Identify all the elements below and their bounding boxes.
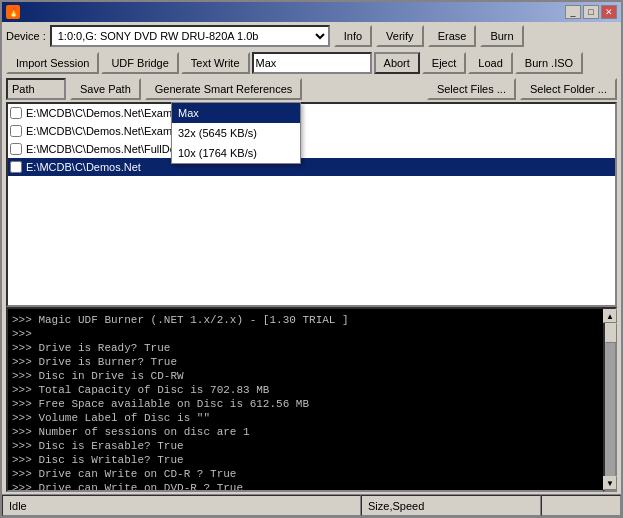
file-item-selected[interactable]: E:\MCDB\C\Demos.Net bbox=[8, 158, 615, 176]
log-line: >>> bbox=[12, 327, 599, 341]
device-label: Device : bbox=[6, 30, 46, 42]
close-button[interactable]: ✕ bbox=[601, 5, 617, 19]
load-button[interactable]: Load bbox=[468, 52, 512, 74]
speed-select[interactable]: Max 32x (5645 KB/s) 10x (1764 KB/s) bbox=[252, 52, 372, 74]
speed-option-10x[interactable]: 10x (1764 KB/s) bbox=[172, 143, 300, 163]
log-line: >>> Magic UDF Burner (.NET 1.x/2.x) - [1… bbox=[12, 313, 599, 327]
verify-button[interactable]: Verify bbox=[376, 25, 424, 47]
file-path: E:\MCDB\C\Demos.Net bbox=[26, 161, 141, 173]
log-output: >>> Magic UDF Burner (.NET 1.x/2.x) - [1… bbox=[6, 307, 603, 492]
tab-text-write[interactable]: Text Write bbox=[181, 52, 250, 74]
device-select[interactable]: 1:0:0,G: SONY DVD RW DRU-820A 1.0b bbox=[50, 25, 330, 47]
log-line: >>> Drive is Burner? True bbox=[12, 355, 599, 369]
file-checkbox[interactable] bbox=[10, 161, 22, 173]
log-line: >>> Total Capacity of Disc is 702.83 MB bbox=[12, 383, 599, 397]
save-path-button[interactable]: Save Path bbox=[70, 78, 141, 100]
log-line: >>> Drive is Ready? True bbox=[12, 341, 599, 355]
status-speed: Size,Speed bbox=[361, 495, 541, 516]
log-scrollbar: ▲ ▼ bbox=[603, 307, 617, 492]
file-item[interactable]: E:\MCDB\C\Demos.Net\ExamplesCSharp.sln bbox=[8, 104, 615, 122]
tab-import-session[interactable]: Import Session bbox=[6, 52, 99, 74]
log-line: >>> Disc is Erasable? True bbox=[12, 439, 599, 453]
abort-button[interactable]: Abort bbox=[374, 52, 420, 74]
file-item[interactable]: E:\MCDB\C\Demos.Net\ExamplesVB.sln bbox=[8, 122, 615, 140]
file-checkbox[interactable] bbox=[10, 143, 22, 155]
burn-iso-button[interactable]: Burn .ISO bbox=[515, 52, 583, 74]
generate-smart-refs-button[interactable]: Generate Smart References bbox=[145, 78, 303, 100]
log-line: >>> Number of sessions on disc are 1 bbox=[12, 425, 599, 439]
log-line: >>> Drive can Write on DVD-R ? True bbox=[12, 481, 599, 492]
info-button[interactable]: Info bbox=[334, 25, 372, 47]
log-line: >>> Free Space available on Disc is 612.… bbox=[12, 397, 599, 411]
select-folder-button[interactable]: Select Folder ... bbox=[520, 78, 617, 100]
log-line: >>> Volume Label of Disc is "" bbox=[12, 411, 599, 425]
log-line: >>> Drive can Write on CD-R ? True bbox=[12, 467, 599, 481]
status-idle: Idle bbox=[2, 495, 361, 516]
main-window: 🔥 _ □ ✕ Device : 1:0:0,G: SONY DVD RW DR… bbox=[0, 0, 623, 518]
file-checkbox[interactable] bbox=[10, 107, 22, 119]
minimize-button[interactable]: _ bbox=[565, 5, 581, 19]
file-list-area: E:\MCDB\C\Demos.Net\ExamplesCSharp.sln E… bbox=[6, 102, 617, 307]
status-bar: Idle Size,Speed bbox=[2, 494, 621, 516]
maximize-button[interactable]: □ bbox=[583, 5, 599, 19]
scroll-track bbox=[605, 323, 615, 476]
tabs-row: Import Session UDF Bridge Text Write Max… bbox=[2, 50, 621, 76]
eject-button[interactable]: Eject bbox=[422, 52, 466, 74]
file-list: E:\MCDB\C\Demos.Net\ExamplesCSharp.sln E… bbox=[6, 102, 617, 307]
title-buttons: _ □ ✕ bbox=[565, 5, 617, 19]
file-item[interactable]: E:\MCDB\C\Demos.Net\FullDemo.exe.config bbox=[8, 140, 615, 158]
speed-select-wrapper: Max 32x (5645 KB/s) 10x (1764 KB/s) bbox=[252, 52, 372, 74]
log-line: >>> Disc in Drive is CD-RW bbox=[12, 369, 599, 383]
scroll-thumb[interactable] bbox=[605, 323, 617, 343]
speed-option-32x[interactable]: 32x (5645 KB/s) bbox=[172, 123, 300, 143]
device-row: Device : 1:0:0,G: SONY DVD RW DRU-820A 1… bbox=[2, 22, 621, 50]
select-files-button[interactable]: Select Files ... bbox=[427, 78, 516, 100]
scroll-down-arrow[interactable]: ▼ bbox=[603, 476, 617, 490]
scroll-up-arrow[interactable]: ▲ bbox=[603, 309, 617, 323]
speed-option-max[interactable]: Max bbox=[172, 103, 300, 123]
file-checkbox[interactable] bbox=[10, 125, 22, 137]
log-area: >>> Magic UDF Burner (.NET 1.x/2.x) - [1… bbox=[6, 307, 617, 492]
action-row: Path Save Path Generate Smart References… bbox=[2, 76, 621, 102]
status-extra bbox=[541, 495, 621, 516]
speed-dropdown: Max 32x (5645 KB/s) 10x (1764 KB/s) bbox=[171, 102, 301, 164]
tab-udf-bridge[interactable]: UDF Bridge bbox=[101, 52, 178, 74]
burn-button[interactable]: Burn bbox=[480, 25, 523, 47]
title-bar: 🔥 _ □ ✕ bbox=[2, 2, 621, 22]
log-line: >>> Disc is Writable? True bbox=[12, 453, 599, 467]
app-icon: 🔥 bbox=[6, 5, 20, 19]
erase-button[interactable]: Erase bbox=[428, 25, 477, 47]
title-bar-left: 🔥 bbox=[6, 5, 24, 19]
path-label: Path bbox=[6, 78, 66, 100]
